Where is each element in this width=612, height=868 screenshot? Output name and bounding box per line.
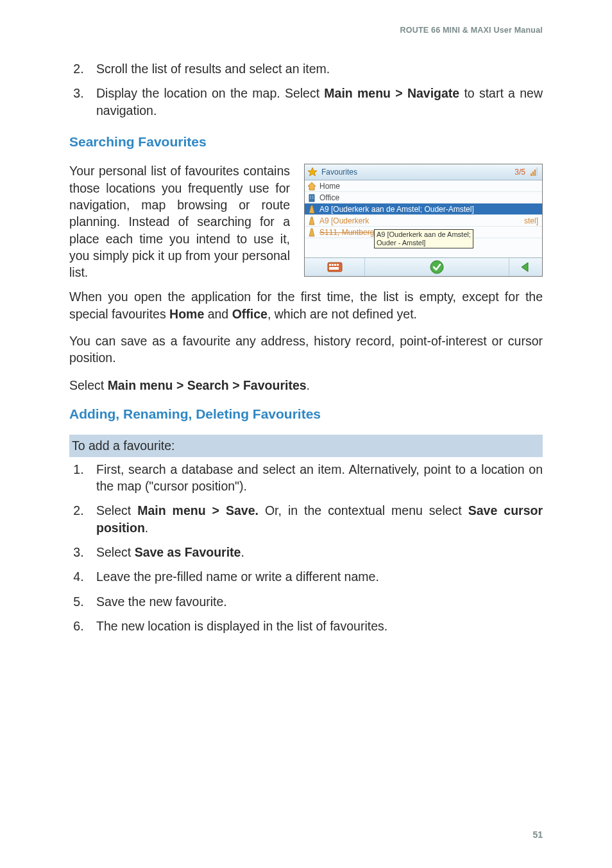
text: , which are not defined yet. xyxy=(268,307,417,321)
page-header: ROUTE 66 MINI & MAXI User Manual xyxy=(69,26,543,35)
section-heading-searching-favourites: Searching Favourites xyxy=(69,133,543,151)
bold-text: Save as Favourite xyxy=(135,545,241,559)
continuation-ordered-list: Scroll the list of results and select an… xyxy=(69,60,543,119)
favourites-row-home[interactable]: Home xyxy=(305,180,542,192)
svg-marker-5 xyxy=(308,182,316,190)
list-item-text: Leave the pre-filled name or write a dif… xyxy=(96,569,379,584)
list-item: Select Save as Favourite. xyxy=(87,544,543,560)
svg-rect-15 xyxy=(337,264,339,266)
favourites-bottom-bar xyxy=(305,257,542,276)
svg-rect-14 xyxy=(334,264,336,266)
row-text: A9 [Ouderkerk aan de Amstel; Ouder-Amste… xyxy=(319,204,474,214)
section-heading-adding-renaming-deleting: Adding, Renaming, Deleting Favourites xyxy=(69,405,543,423)
favourites-row[interactable]: A9 [Ouderkerk stel] xyxy=(305,215,542,227)
bold-text: Office xyxy=(232,307,268,321)
favourites-titlebar: Favourites 3/5 xyxy=(305,164,542,180)
list-item-text: . xyxy=(241,545,244,559)
road-icon xyxy=(307,228,316,237)
svg-rect-3 xyxy=(534,169,536,176)
row-text: A9 [Ouderkerk xyxy=(319,216,369,226)
list-item-text: Display the location on the map. Select xyxy=(96,86,324,100)
add-favourite-steps: First, search a database and select an i… xyxy=(69,461,543,635)
list-item: Select Main menu > Save. Or, in the cont… xyxy=(87,502,543,536)
favourites-screenshot: Favourites 3/5 Home xyxy=(304,164,543,277)
favourites-row-office[interactable]: Office xyxy=(305,192,542,204)
row-text: Home xyxy=(319,181,340,191)
favourites-title-text: Favourites xyxy=(321,167,357,177)
favourites-count: 3/5 xyxy=(514,167,525,177)
star-icon xyxy=(307,167,318,177)
page-number: 51 xyxy=(532,829,543,840)
svg-rect-13 xyxy=(332,264,334,266)
building-icon xyxy=(307,193,316,202)
text: . xyxy=(307,378,310,392)
road-icon xyxy=(307,205,316,214)
list-item: Save the new favourite. xyxy=(87,593,543,610)
list-item: Display the location on the map. Select … xyxy=(87,85,543,119)
svg-rect-10 xyxy=(312,198,314,199)
svg-rect-9 xyxy=(310,198,312,199)
bold-text: Home xyxy=(169,307,204,321)
text: Select xyxy=(69,378,108,392)
row-tail-text: stel] xyxy=(524,216,538,226)
list-item: First, search a database and select an i… xyxy=(87,461,543,495)
list-item-text: Save the new favourite. xyxy=(96,595,227,609)
list-item-text: Select xyxy=(96,503,137,517)
row-tooltip: A9 [Ouderkerk aan de Amstel; Ouder - Ams… xyxy=(374,229,473,248)
bold-text: Main menu > Save. xyxy=(137,503,259,517)
list-item-bold: Main menu > Navigate xyxy=(324,86,459,100)
road-icon xyxy=(307,216,316,225)
favourites-list[interactable]: Home Office A9 [Ouderkerk aan de Amstel;… xyxy=(305,180,542,257)
list-item: Scroll the list of results and select an… xyxy=(87,60,543,77)
row-text: Office xyxy=(319,193,339,203)
svg-rect-7 xyxy=(310,196,312,197)
paragraph: When you open the application for the fi… xyxy=(69,288,543,322)
svg-point-17 xyxy=(430,261,443,273)
paragraph: Select Main menu > Search > Favourites. xyxy=(69,377,543,394)
svg-marker-0 xyxy=(308,168,317,176)
svg-marker-18 xyxy=(522,263,528,272)
tooltip-line: Ouder - Amstel] xyxy=(377,239,471,247)
bold-text: Main menu > Search > Favourites xyxy=(108,378,307,392)
list-item-text: . xyxy=(145,521,148,535)
svg-rect-1 xyxy=(531,173,532,176)
home-icon xyxy=(307,182,316,191)
list-item: The new location is displayed in the lis… xyxy=(87,618,543,634)
screenshot-wrapper: Favourites 3/5 Home xyxy=(304,164,543,277)
svg-rect-16 xyxy=(329,267,339,270)
paragraph: You can save as a favourite any address,… xyxy=(69,333,543,367)
page-body: Scroll the list of results and select an… xyxy=(69,60,543,634)
page: ROUTE 66 MINI & MAXI User Manual Scroll … xyxy=(0,0,612,868)
confirm-button[interactable] xyxy=(364,258,509,276)
text: and xyxy=(204,307,232,321)
tooltip-line: A9 [Ouderkerk aan de Amstel; xyxy=(377,230,471,239)
svg-rect-8 xyxy=(312,196,314,197)
procedure-subheading: To add a favourite: xyxy=(69,435,543,456)
list-item-text: First, search a database and select an i… xyxy=(96,462,543,493)
back-button[interactable] xyxy=(509,258,542,276)
list-item-text: Scroll the list of results and select an… xyxy=(96,62,330,76)
svg-rect-2 xyxy=(532,171,534,176)
svg-rect-12 xyxy=(329,264,331,266)
list-item-text: The new location is displayed in the lis… xyxy=(96,619,387,633)
svg-rect-4 xyxy=(536,168,538,176)
list-item-text: Or, in the contextual menu select xyxy=(259,503,468,517)
favourites-row-selected[interactable]: A9 [Ouderkerk aan de Amstel; Ouder-Amste… xyxy=(305,204,542,215)
list-item-text: Select xyxy=(96,545,135,559)
list-item: Leave the pre-filled name or write a dif… xyxy=(87,568,543,585)
signal-icon xyxy=(529,167,540,177)
svg-rect-6 xyxy=(309,195,314,202)
keyboard-button[interactable] xyxy=(305,258,364,276)
